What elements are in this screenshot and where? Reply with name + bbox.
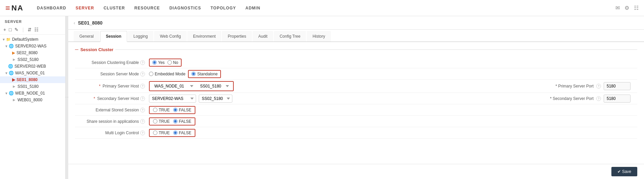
radio-embedded-input[interactable] [149,72,153,76]
help-icon[interactable]: ? [140,96,145,101]
primary-host-select2[interactable]: SS01_5180 [197,82,231,90]
radio-embedded[interactable]: Embedded Mode [149,72,185,76]
label-text: External Stored Session [96,108,139,112]
tree-item-server02-web[interactable]: 🌐 SERVER02-WEB [0,63,65,70]
globe-icon: 🌐 [9,91,14,96]
tree-item-web01-8000[interactable]: ► WEB01_8000 [0,97,65,103]
tab-logging[interactable]: Logging [128,31,154,41]
label-primary-server-host: Primary Server Host ? [75,84,149,88]
help-icon[interactable]: ? [140,60,145,65]
value-share-session: TRUE FALSE [149,116,637,127]
secondary-host-select1[interactable]: SERVER02-WAS [149,95,196,103]
tab-environment[interactable]: Environment [187,31,221,41]
radio-false-share-input[interactable] [173,119,178,123]
tree-item-defaultsystem[interactable]: ▼ 📁 DefaultSystem [0,36,65,43]
radio-yes-input[interactable] [152,60,157,65]
tree-item-label: DefaultSystem [12,37,38,42]
back-icon[interactable]: ‹ [74,20,75,26]
tree-item-ss01-5180[interactable]: ► SS01_5180 [0,83,65,90]
value-multi-login: TRUE FALSE [149,128,637,138]
radio-yes[interactable]: Yes [152,60,165,65]
radio-true-share[interactable]: TRUE [153,119,170,124]
tab-webconfig[interactable]: Web Config [154,31,186,41]
tab-properties[interactable]: Properties [222,31,252,41]
bell-icon[interactable]: ✉ [615,5,620,11]
help-icon[interactable]: ? [140,84,145,88]
sidebar-header: SERVER [0,16,65,26]
globe-icon: 🌐 [8,64,13,69]
value-session-server-mode: Embedded Mode Standalone [149,69,637,79]
help-icon[interactable]: ? [596,96,601,101]
radio-no-input[interactable] [167,60,172,65]
tab-audit[interactable]: Audit [253,31,273,41]
nav-dashboard[interactable]: DASHBOARD [37,6,66,10]
tree-item-se02-8080[interactable]: ▶ SE02_8080 [0,49,65,56]
help-icon[interactable]: ? [596,84,601,88]
filter-icon[interactable]: ☷ [34,27,39,32]
radio-true-external[interactable]: TRUE [153,108,170,112]
radio-true-share-input[interactable] [153,119,157,123]
secondary-port-input[interactable] [604,95,631,103]
radio-true-external-input[interactable] [153,108,157,112]
folder-icon: 📁 [6,37,11,42]
grid-icon[interactable]: ☷ [634,5,639,11]
resize-handle[interactable]: ⋮ [66,16,68,179]
tree-item-was-node-01[interactable]: ▼ 🌐 WAS_NODE_01 [0,70,65,76]
nav-topology[interactable]: TOPOLOGY [211,6,236,10]
move-icon[interactable]: ⇵ [28,27,32,32]
row-primary-server-host: Primary Server Host ? WAS_NODE_01 SS01_5… [75,80,637,93]
logo-icon: ≡ [5,3,11,13]
sidebar-tree: ▼ 📁 DefaultSystem ▼ 🌐 SERVER02-WAS ▶ SE0… [0,35,65,105]
tabs-bar: General Session Logging Web Config Envir… [68,31,644,42]
radio-true-multilogin[interactable]: TRUE [153,131,170,135]
help-icon[interactable]: ? [140,72,145,76]
tree-item-label: SS02_5180 [17,57,39,62]
gear-icon[interactable]: ⚙ [624,5,629,11]
main-layout: SERVER + □ ✎ | ⇵ ☷ ▼ 📁 DefaultSystem ▼ 🌐… [0,16,644,179]
help-icon[interactable]: ? [140,131,145,135]
help-icon[interactable]: ? [140,108,145,112]
radio-false-multilogin-input[interactable] [173,131,178,135]
label-text: Multi Login Control [105,131,139,135]
save-button[interactable]: ✔ Save [611,167,637,176]
tab-configtree[interactable]: Config Tree [274,31,306,41]
primary-host-select1[interactable]: WAS_NODE_01 [152,82,195,90]
tree-item-label: WEB_NODE_01 [15,91,45,96]
radio-true-multilogin-input[interactable] [153,131,157,135]
radio-false-external[interactable]: FALSE [173,108,191,112]
nav-resource[interactable]: RESOURCE [135,6,160,10]
nav-cluster[interactable]: CLUSTER [104,6,125,10]
primary-host-select-group: WAS_NODE_01 SS01_5180 [149,81,234,91]
help-icon[interactable]: ? [140,119,145,124]
add-icon[interactable]: + [3,27,6,32]
radio-false-external-input[interactable] [173,108,178,112]
radio-standalone[interactable]: Standalone [191,72,218,76]
edit-icon[interactable]: ✎ [14,27,18,32]
tab-general[interactable]: General [74,31,100,41]
tab-history[interactable]: History [307,31,331,41]
secondary-host-select2[interactable]: SS02_5180 [199,95,232,103]
primary-port-input[interactable] [604,82,631,90]
tree-item-server02-was[interactable]: ▼ 🌐 SERVER02-WAS [0,43,65,49]
page-title: SE01_8080 [78,20,103,26]
remove-icon[interactable]: □ [9,27,11,32]
nav-admin[interactable]: ADMIN [245,6,260,10]
radio-false-multilogin[interactable]: FALSE [173,131,191,135]
radio-false-share[interactable]: FALSE [173,119,191,124]
primary-port-section: * Primary Server Port ? [556,82,637,90]
section-title: Session Cluster [80,47,113,52]
radio-standalone-input[interactable] [191,72,196,76]
session-clustering-radio-group: Yes No [149,59,182,67]
tree-item-label: WAS_NODE_01 [15,71,45,75]
external-stored-tf-group: TRUE FALSE [149,106,195,114]
row-multi-login: Multi Login Control ? TRUE FALSE [75,127,637,139]
radio-no[interactable]: No [167,60,178,65]
tree-item-label: SERVER02-WAS [15,44,46,48]
globe-icon: 🌐 [9,71,14,75]
tab-session[interactable]: Session [100,31,127,42]
tree-item-ss02-5180[interactable]: ► SS02_5180 [0,56,65,63]
tree-item-se01-8080[interactable]: ▶ SE01_8080 [0,76,65,83]
nav-server[interactable]: SERVER [76,6,94,10]
tree-item-web-node-01[interactable]: ▼ 🌐 WEB_NODE_01 [0,90,65,97]
nav-diagnostics[interactable]: DIAGNOSTICS [169,6,201,10]
